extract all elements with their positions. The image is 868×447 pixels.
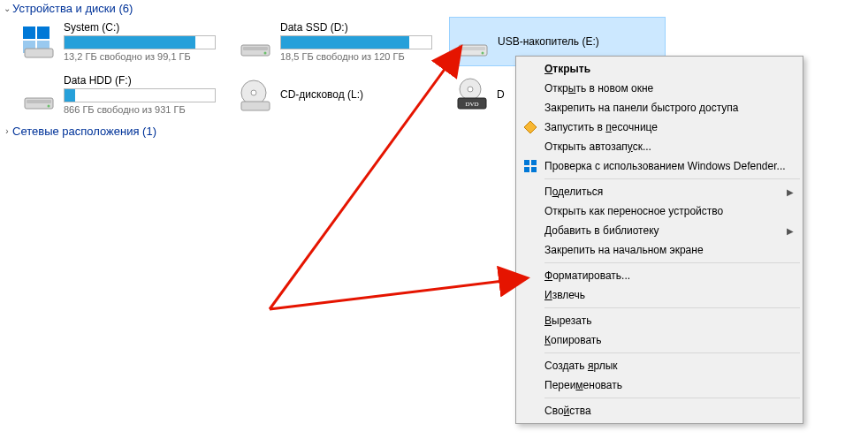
svg-rect-16 bbox=[241, 102, 270, 110]
drive-d-usage-bar bbox=[280, 35, 432, 49]
svg-rect-23 bbox=[531, 160, 537, 165]
ctx-portable[interactable]: Открыть как переносное устройство bbox=[518, 201, 801, 221]
drive-c-usage-bar bbox=[64, 35, 216, 49]
svg-rect-0 bbox=[23, 27, 35, 39]
ctx-rename[interactable]: Переименовать bbox=[518, 375, 801, 395]
section-label-devices: Устройства и диски (6) bbox=[12, 2, 133, 15]
chevron-right-icon: › bbox=[2, 126, 12, 136]
drive-hdd-icon bbox=[19, 75, 58, 114]
ctx-separator bbox=[544, 398, 800, 398]
drive-e-name: USB-накопитель (E:) bbox=[498, 35, 661, 48]
drive-f-name: Data HDD (F:) bbox=[64, 74, 229, 87]
ctx-shortcut[interactable]: Создать ярлык bbox=[518, 356, 801, 375]
ctx-autorun[interactable]: Открыть автозапуск... bbox=[518, 137, 801, 156]
ctx-open-new-window[interactable]: Открыть в новом окне bbox=[518, 79, 801, 98]
submenu-arrow-icon: ▶ bbox=[787, 187, 794, 197]
drive-hdd-icon bbox=[236, 22, 275, 61]
drive-c-name: System (C:) bbox=[64, 21, 229, 34]
section-label-network: Сетевые расположения (1) bbox=[12, 125, 156, 138]
ctx-open[interactable]: Открыть bbox=[518, 59, 801, 79]
ctx-sandbox[interactable]: Запустить в песочнице bbox=[518, 117, 801, 137]
svg-marker-21 bbox=[524, 121, 537, 133]
ctx-properties[interactable]: Свойства bbox=[518, 401, 801, 420]
svg-rect-9 bbox=[461, 47, 485, 50]
drive-d-name: Data SSD (D:) bbox=[280, 21, 445, 34]
drive-usb-icon bbox=[453, 22, 492, 61]
drive-hdd-icon bbox=[19, 22, 58, 61]
ctx-library[interactable]: Добавить в библиотеку ▶ bbox=[518, 221, 801, 240]
svg-rect-1 bbox=[37, 27, 49, 39]
svg-rect-25 bbox=[531, 167, 537, 172]
drive-c[interactable]: System (C:) 13,2 ГБ свободно из 99,1 ГБ bbox=[16, 17, 232, 66]
defender-icon bbox=[522, 157, 539, 175]
ctx-defender[interactable]: Проверка с использованием Windows Defend… bbox=[518, 156, 801, 176]
drive-c-sub: 13,2 ГБ свободно из 99,1 ГБ bbox=[64, 51, 229, 62]
svg-rect-6 bbox=[243, 47, 268, 50]
svg-rect-4 bbox=[25, 49, 53, 57]
ctx-pin-start[interactable]: Закрепить на начальном экране bbox=[518, 240, 801, 260]
submenu-arrow-icon: ▶ bbox=[787, 226, 794, 236]
svg-point-15 bbox=[251, 90, 256, 95]
drive-dvd-icon: DVD bbox=[453, 75, 491, 114]
svg-rect-12 bbox=[27, 100, 51, 103]
svg-rect-24 bbox=[524, 167, 529, 172]
ctx-separator bbox=[544, 178, 800, 179]
ctx-format[interactable]: Форматировать... bbox=[518, 266, 801, 285]
drive-f-sub: 866 ГБ свободно из 931 ГБ bbox=[64, 104, 229, 115]
ctx-share[interactable]: Поделиться ▶ bbox=[518, 182, 801, 201]
svg-text:DVD: DVD bbox=[465, 101, 478, 108]
svg-rect-22 bbox=[524, 160, 529, 165]
section-header-devices[interactable]: ⌄ Устройства и диски (6) bbox=[0, 0, 868, 17]
ctx-separator bbox=[544, 262, 800, 263]
drive-f[interactable]: Data HDD (F:) 866 ГБ свободно из 931 ГБ bbox=[16, 70, 232, 119]
ctx-separator bbox=[544, 352, 800, 353]
svg-point-18 bbox=[468, 87, 473, 92]
ctx-separator bbox=[544, 307, 800, 308]
sandbox-icon bbox=[522, 118, 539, 136]
ctx-cut[interactable]: Вырезать bbox=[518, 311, 801, 330]
drive-cd-icon bbox=[236, 75, 275, 114]
drive-l[interactable]: CD-дисковод (L:) bbox=[232, 70, 449, 119]
context-menu: Открыть Открыть в новом окне Закрепить н… bbox=[515, 56, 803, 424]
ctx-pin-quick[interactable]: Закрепить на панели быстрого доступа bbox=[518, 98, 801, 117]
chevron-down-icon: ⌄ bbox=[2, 4, 12, 13]
ctx-copy[interactable]: Копировать bbox=[518, 330, 801, 350]
ctx-eject[interactable]: Извлечь bbox=[518, 285, 801, 305]
svg-line-27 bbox=[270, 278, 525, 309]
svg-point-7 bbox=[264, 52, 267, 55]
drive-d[interactable]: Data SSD (D:) 18,5 ГБ свободно из 120 ГБ bbox=[232, 17, 449, 66]
svg-point-10 bbox=[482, 52, 484, 55]
drive-f-usage-bar bbox=[64, 88, 216, 102]
drive-l-name: CD-дисковод (L:) bbox=[280, 88, 445, 101]
drive-d-sub: 18,5 ГБ свободно из 120 ГБ bbox=[280, 51, 445, 62]
svg-point-13 bbox=[48, 105, 50, 108]
